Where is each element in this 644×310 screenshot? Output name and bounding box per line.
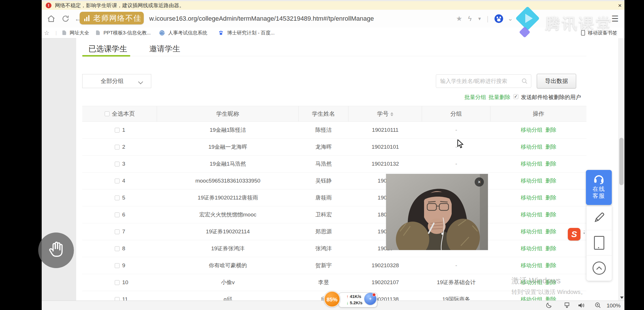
student-checkbox[interactable] <box>115 145 120 150</box>
group-cell: 19证券基础会计 <box>422 274 490 291</box>
move-group-link[interactable]: 移动分组 <box>521 127 543 133</box>
select-all-checkbox[interactable] <box>105 111 110 116</box>
back-to-top-button[interactable] <box>586 255 612 280</box>
speaker-icon[interactable] <box>578 302 585 310</box>
student-checkbox[interactable] <box>115 128 120 133</box>
move-group-link[interactable]: 移动分组 <box>521 161 543 167</box>
delete-link[interactable]: 删除 <box>545 262 556 268</box>
statusbar-caret-icon[interactable] <box>620 297 624 299</box>
tab-invite-students[interactable]: 邀请学生 <box>149 44 181 54</box>
move-group-link[interactable]: 移动分组 <box>521 144 543 150</box>
tab-enrolled-students[interactable]: 已选课学生 <box>85 44 131 54</box>
header-student-id[interactable]: 学号 <box>348 106 422 121</box>
delete-link[interactable]: 删除 <box>545 279 556 285</box>
scrollbar-thumb[interactable] <box>619 138 624 185</box>
row-select-cell: 9 <box>82 257 157 274</box>
accelerator-ball[interactable]: + <box>364 293 376 305</box>
refresh-icon[interactable] <box>60 10 71 28</box>
row-select-cell: 1 <box>82 122 157 138</box>
delete-link[interactable]: 删除 <box>545 212 556 218</box>
hand-icon <box>45 240 67 261</box>
move-group-link[interactable]: 移动分组 <box>521 228 543 235</box>
floating-s-icon[interactable]: S <box>568 228 580 241</box>
table-row: 219金融一龙海晖龙海晖190210101-移动分组删除 <box>82 139 586 156</box>
table-row: 719证券190202114郑思源19020移动分组删除 <box>82 223 586 240</box>
student-checkbox[interactable] <box>115 229 120 234</box>
search-icon[interactable] <box>521 78 528 85</box>
scrollbar-track[interactable] <box>618 38 624 301</box>
delete-link[interactable]: 删除 <box>545 228 556 235</box>
sort-icon[interactable] <box>390 112 393 116</box>
delete-link[interactable]: 删除 <box>545 245 556 251</box>
bookmark-item[interactable]: 博士研究计划 - 百度... <box>227 28 275 38</box>
panel-handle-icon[interactable]: −▾ <box>583 230 585 234</box>
lightning-icon[interactable]: ϟ <box>466 10 474 28</box>
student-id-cell: 190210328 <box>348 257 422 274</box>
student-checkbox[interactable] <box>115 263 120 268</box>
download-manager-icon[interactable] <box>564 302 570 310</box>
globe-icon <box>159 30 165 37</box>
delete-link[interactable]: 删除 <box>545 195 556 201</box>
move-group-link[interactable]: 移动分组 <box>521 245 543 251</box>
search-input[interactable] <box>440 75 521 88</box>
baidu-icon[interactable] <box>493 10 505 28</box>
tablet-icon <box>594 236 604 250</box>
table-row: 4mooc59653183610333950吴钰静19020移动分组删除 <box>82 173 586 189</box>
student-name-cell: 郑思源 <box>299 223 348 240</box>
mobile-tool-button[interactable] <box>586 230 612 255</box>
night-mode-icon[interactable] <box>546 302 553 310</box>
delete-link[interactable]: 删除 <box>545 127 556 133</box>
raise-hand-button[interactable] <box>38 232 74 268</box>
toolbar-caret-icon[interactable]: ▾ <box>476 10 483 28</box>
batch-group-link[interactable]: 批量分组 <box>464 94 486 101</box>
student-checkbox[interactable] <box>115 280 120 285</box>
webcam-video-overlay[interactable]: × <box>386 174 488 250</box>
move-group-link[interactable]: 移动分组 <box>521 195 543 201</box>
bookmark-item[interactable]: 人事考试信息系统 <box>168 28 207 38</box>
student-checkbox[interactable] <box>115 195 120 200</box>
row-number: 2 <box>122 144 125 150</box>
student-checkbox[interactable] <box>115 162 120 166</box>
table-row: 9你有啥可豪横的贺新宇190210328-移动分组删除 <box>82 257 586 274</box>
batch-delete-link[interactable]: 批量删除 <box>488 94 510 101</box>
favorite-star-icon[interactable]: ★ <box>455 10 463 28</box>
move-group-link[interactable]: 移动分组 <box>521 178 543 184</box>
actions-cell: 移动分组删除 <box>490 189 586 206</box>
student-checkbox[interactable] <box>115 246 120 251</box>
zoom-level[interactable]: 100% <box>607 301 621 310</box>
move-group-link[interactable]: 移动分组 <box>521 279 543 285</box>
student-checkbox[interactable] <box>115 179 120 183</box>
bookmark-item[interactable]: 网址大全 <box>70 28 89 38</box>
group-filter-dropdown[interactable]: 全部分组 <box>82 74 151 88</box>
delete-link[interactable]: 删除 <box>545 144 556 150</box>
address-bar[interactable]: w.icourse163.org/collegeAdmin/termManage… <box>149 10 374 28</box>
group-cell: - <box>422 139 490 155</box>
student-checkbox[interactable] <box>115 212 120 217</box>
zoom-icon[interactable] <box>595 302 601 310</box>
down-arrow-icon: ↓ <box>346 300 349 305</box>
row-number: 3 <box>122 161 125 167</box>
online-service-button[interactable]: 在线 客服 <box>586 170 612 205</box>
baidu-chevron-icon[interactable]: ⌄ <box>507 10 514 28</box>
battery-percent-ball[interactable]: 85% <box>324 291 340 307</box>
webcam-close-icon[interactable]: × <box>475 177 484 187</box>
delete-link[interactable]: 删除 <box>545 161 556 167</box>
teacher-network-badge: 老师网络不佳 <box>80 12 144 24</box>
delete-link[interactable]: 删除 <box>545 178 556 184</box>
banner-close-icon[interactable]: × <box>618 1 622 10</box>
nickname-cell: 19证券190202114 <box>157 223 299 240</box>
student-name-cell: 张鸿沣 <box>299 240 348 257</box>
send-mail-checkbox[interactable] <box>513 94 518 99</box>
home-icon[interactable] <box>46 10 57 28</box>
menu-icon[interactable]: ☰ <box>610 10 620 28</box>
actions-cell: 移动分组删除 <box>490 257 586 274</box>
bookmark-star-icon[interactable]: ☆ <box>44 28 49 38</box>
bookmark-item[interactable]: PPT模板3-信息化教... <box>103 28 151 38</box>
student-name-cell: 唐筱雨 <box>299 189 348 206</box>
table-row: 519证券190202112唐筱雨唐筱雨19020移动分组删除 <box>82 189 586 206</box>
move-group-link[interactable]: 移动分组 <box>521 262 543 268</box>
pencil-tool-button[interactable] <box>586 205 612 230</box>
move-group-link[interactable]: 移动分组 <box>521 212 543 218</box>
export-data-button[interactable]: 导出数据 <box>537 74 576 88</box>
mobile-bookmarks-label[interactable]: 移动设备书签 <box>588 28 617 38</box>
